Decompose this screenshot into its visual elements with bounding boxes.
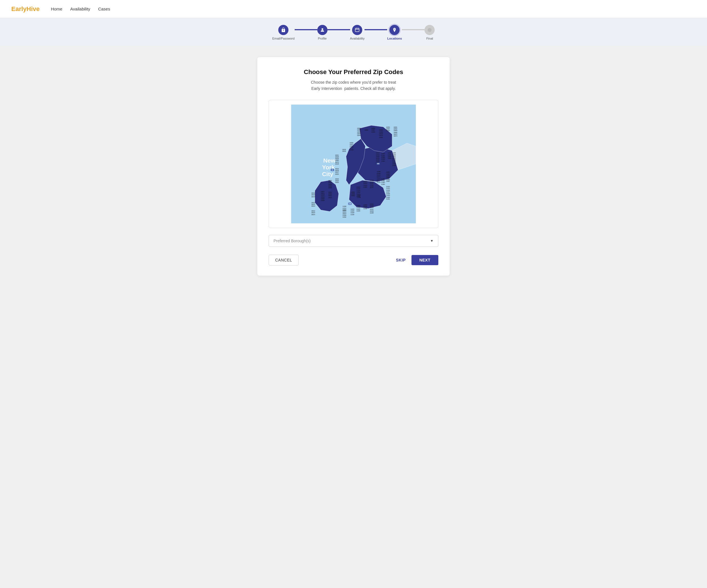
svg-text:11374: 11374: [363, 181, 367, 183]
svg-text:11373: 11373: [377, 178, 380, 179]
svg-text:11411: 11411: [392, 156, 396, 158]
svg-text:11229: 11229: [351, 212, 355, 213]
svg-text:10012: 10012: [311, 193, 315, 194]
svg-text:10018: 10018: [321, 195, 325, 196]
svg-text:11213: 11213: [370, 205, 374, 207]
svg-text:10013: 10013: [311, 212, 315, 213]
svg-text:11358: 11358: [381, 159, 385, 160]
logo: EarlyHive: [11, 5, 40, 13]
svg-text:10026: 10026: [349, 142, 353, 143]
nav-availability[interactable]: Availability: [70, 6, 90, 11]
svg-text:10011: 10011: [328, 182, 332, 183]
map-wrapper: New York City 10461 10462 10464 10465 10…: [269, 100, 438, 228]
svg-text:11694: 11694: [386, 177, 390, 178]
svg-text:11222: 11222: [370, 185, 374, 186]
borough-dropdown[interactable]: Preferred Borough(s) ▼: [269, 235, 438, 247]
svg-text:11377: 11377: [377, 180, 380, 181]
svg-text:10011: 10011: [321, 193, 325, 194]
svg-text:10012: 10012: [311, 210, 315, 212]
svg-text:10020: 10020: [321, 198, 325, 200]
svg-text:11216: 11216: [370, 207, 374, 208]
connector-3: [365, 29, 387, 30]
svg-text:11223: 11223: [351, 208, 355, 210]
svg-text:11375: 11375: [363, 183, 367, 184]
connector-1: [295, 29, 317, 30]
svg-text:11362: 11362: [381, 180, 385, 181]
svg-text:11356: 11356: [381, 157, 385, 158]
progress-area: Email/Password Profile Availability Loca…: [0, 18, 707, 46]
svg-text:11429: 11429: [392, 165, 396, 166]
svg-text:11206: 11206: [370, 180, 374, 181]
svg-text:10035: 10035: [342, 151, 346, 152]
svg-text:11691: 11691: [386, 172, 390, 173]
svg-text:11355: 11355: [381, 155, 385, 156]
svg-text:11361: 11361: [388, 152, 392, 154]
svg-text:11362: 11362: [388, 154, 392, 155]
svg-text:10024: 10024: [335, 180, 339, 181]
svg-text:10037: 10037: [349, 147, 353, 149]
svg-text:11239: 11239: [363, 208, 367, 209]
svg-text:11434: 11434: [376, 160, 379, 161]
svg-text:11101: 11101: [357, 186, 360, 188]
svg-text:11233: 11233: [370, 211, 374, 212]
next-button[interactable]: NEXT: [411, 255, 438, 265]
svg-text:11237: 11237: [370, 187, 374, 188]
svg-text:10016: 10016: [335, 170, 339, 171]
connector-2: [328, 29, 350, 30]
svg-text:495: 495: [377, 163, 379, 165]
svg-text:11369: 11369: [377, 173, 380, 174]
svg-text:10065: 10065: [335, 160, 339, 161]
svg-text:10012: 10012: [328, 192, 332, 193]
step-circle-email: [278, 25, 289, 35]
svg-text:10025: 10025: [335, 182, 339, 183]
svg-text:11416: 11416: [386, 189, 390, 191]
svg-text:10013: 10013: [311, 204, 315, 205]
svg-text:11417: 11417: [386, 192, 390, 193]
nav-cases[interactable]: Cases: [98, 6, 110, 11]
svg-text:10013: 10013: [328, 193, 332, 195]
step-circle-final: [425, 25, 435, 35]
svg-text:10463: 10463: [365, 130, 368, 131]
svg-text:11432: 11432: [376, 156, 379, 158]
svg-text:11385: 11385: [363, 186, 367, 188]
svg-text:11211: 11211: [370, 181, 374, 183]
svg-text:11422: 11422: [392, 158, 396, 159]
step-label-availability: Availability: [350, 37, 365, 40]
svg-text:10027: 10027: [349, 144, 353, 145]
svg-text:11419: 11419: [386, 195, 390, 196]
svg-text:11208: 11208: [357, 197, 361, 198]
svg-text:11368: 11368: [377, 171, 380, 172]
dropdown-label: Preferred Borough(s): [273, 239, 311, 243]
nav-home[interactable]: Home: [51, 6, 62, 11]
svg-text:11236: 11236: [363, 206, 367, 207]
svg-text:11103: 11103: [357, 190, 360, 192]
svg-text:10022: 10022: [335, 174, 339, 175]
svg-text:11212: 11212: [370, 204, 374, 205]
svg-text:11238: 11238: [370, 212, 374, 214]
svg-text:10036: 10036: [321, 200, 325, 201]
map-svg-container: New York City 10461 10462 10464 10465 10…: [273, 105, 434, 223]
svg-text:11354: 11354: [381, 153, 385, 154]
svg-text:10014: 10014: [311, 196, 315, 197]
step-circle-profile: [317, 25, 328, 35]
svg-text:11414: 11414: [386, 186, 390, 187]
svg-text:11697: 11697: [386, 181, 390, 182]
svg-rect-1: [356, 28, 360, 32]
svg-text:10039: 10039: [349, 149, 353, 150]
svg-text:11363: 11363: [388, 156, 392, 158]
svg-text:11235: 11235: [351, 214, 355, 215]
cancel-button[interactable]: CANCEL: [269, 255, 299, 266]
svg-text:11426: 11426: [392, 160, 396, 161]
step-label-locations: Locations: [387, 37, 402, 40]
svg-text:11364: 11364: [381, 183, 385, 185]
svg-text:10019: 10019: [328, 185, 332, 187]
svg-text:New: New: [323, 157, 336, 164]
button-row: CANCEL SKIP NEXT: [269, 255, 438, 266]
skip-button[interactable]: SKIP: [396, 258, 406, 262]
svg-text:10469: 10469: [379, 131, 383, 133]
svg-text:10002: 10002: [351, 192, 355, 193]
svg-text:11005: 11005: [392, 154, 396, 155]
svg-text:11363: 11363: [381, 182, 385, 183]
svg-text:10029: 10029: [335, 158, 339, 160]
svg-text:10040: 10040: [357, 135, 361, 136]
